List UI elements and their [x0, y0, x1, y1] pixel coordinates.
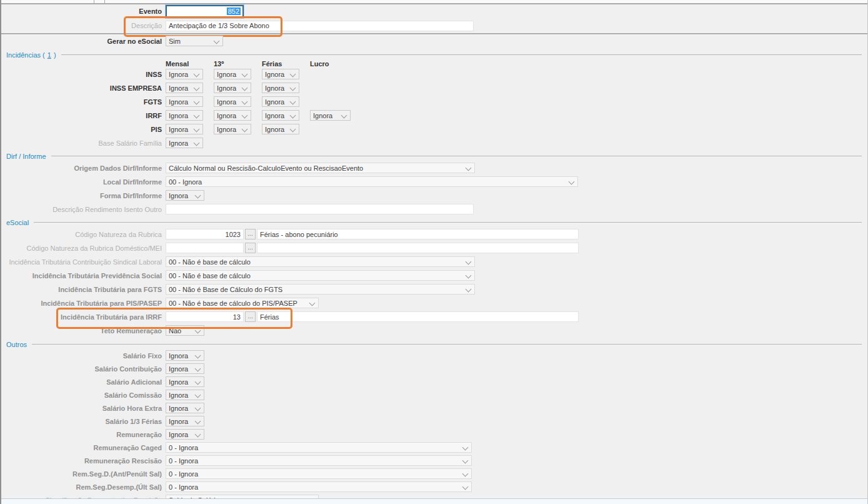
value: Ignora — [217, 126, 236, 133]
salario-terco-ferias-select[interactable]: Ignora — [166, 416, 204, 426]
chevron-down-icon — [290, 71, 296, 78]
salario-terco-ferias-label: Salário 1/3 Férias — [6, 418, 166, 425]
codigo-natureza-mei-input[interactable] — [166, 243, 244, 253]
irrf-lucro-select[interactable]: Ignora — [310, 110, 351, 121]
value: 0 - Ignora — [169, 444, 198, 451]
evento-input[interactable]: 852 — [166, 5, 244, 18]
chevron-down-icon — [195, 353, 201, 359]
fgts-row: FGTS Ignora Ignora Ignora — [6, 96, 863, 107]
inss-empresa-13-select[interactable]: Ignora — [214, 83, 251, 93]
codigo-natureza-rubrica-lookup-button[interactable]: ... — [245, 229, 256, 239]
pis-ferias-select[interactable]: Ignora — [262, 124, 299, 134]
base-salario-familia-row: Base Salário Família Ignora — [6, 138, 863, 148]
incidencias-count-link[interactable]: 1 — [47, 51, 51, 59]
trib-irrf-input[interactable]: 13 — [166, 311, 244, 322]
salario-comissao-row: Salário Comissão Ignora — [6, 390, 863, 400]
salario-contribuicao-select[interactable]: Ignora — [166, 363, 204, 374]
chevron-down-icon — [462, 471, 469, 477]
value: Ignora — [265, 112, 284, 119]
inss-mensal-select[interactable]: Ignora — [166, 69, 203, 79]
sindical-laboral-row: Incidência Tributária Contribuição Sindi… — [6, 256, 863, 267]
fgts-mensal-select[interactable]: Ignora — [166, 96, 203, 107]
salario-hora-extra-label: Salário Hora Extra — [6, 405, 166, 412]
value: 0 - Ignora — [169, 483, 198, 491]
event-config-window: Evento 852 Descrição Antecipação de 1/3 … — [0, 0, 868, 504]
pis-mensal-select[interactable]: Ignora — [166, 124, 203, 134]
inss-13-select[interactable]: Ignora — [214, 69, 251, 79]
esocial-title: eSocial — [6, 219, 29, 226]
salario-comissao-label: Salário Comissão — [6, 391, 166, 399]
remuneracao-caged-select[interactable]: 0 - Ignora — [166, 442, 472, 453]
dirf-title: Dirf / Informe — [6, 153, 46, 160]
codigo-natureza-mei-lookup-button[interactable]: ... — [245, 243, 256, 253]
evento-selected-value: 852 — [227, 8, 241, 15]
salario-hora-extra-select[interactable]: Ignora — [166, 403, 204, 413]
descricao-rendimento-input[interactable] — [166, 204, 474, 214]
value: 00 - Ignora — [169, 178, 202, 186]
irrf-mensal-select[interactable]: Ignora — [166, 110, 203, 121]
inss-ferias-select[interactable]: Ignora — [262, 69, 299, 79]
chevron-down-icon — [242, 99, 248, 105]
sindical-laboral-label: Incidência Tributária Contribuição Sindi… — [6, 258, 166, 266]
inss-empresa-ferias-select[interactable]: Ignora — [262, 83, 299, 93]
value: Ignora — [217, 112, 236, 119]
base-salario-familia-label: Base Salário Família — [6, 139, 166, 147]
gerar-esocial-select[interactable]: Sim — [166, 36, 223, 46]
remuneracao-rescisao-select[interactable]: 0 - Ignora — [166, 455, 472, 466]
value: 00 - Não é base de cálculo do PIS/PASEP — [169, 300, 297, 307]
chevron-down-icon — [290, 113, 296, 119]
forma-dirf-label: Forma Dirf/Informe — [6, 192, 166, 199]
salario-comissao-select[interactable]: Ignora — [166, 390, 204, 400]
remuneracao-label: Remuneração — [6, 431, 166, 438]
rem-seg-d-select[interactable]: 0 - Ignora — [166, 468, 472, 479]
chevron-down-icon — [195, 366, 201, 372]
inss-empresa-label: INSS EMPRESA — [6, 84, 166, 92]
value: Ignora — [169, 352, 188, 360]
section-rule — [32, 344, 862, 345]
gerar-esocial-label: Gerar no eSocial — [6, 38, 166, 45]
descricao-input[interactable]: Antecipação de 1/3 Sobre Abono — [166, 21, 474, 31]
trib-irrf-lookup-button[interactable]: ... — [245, 311, 256, 322]
remuneracao-row: Remuneração Ignora — [6, 429, 863, 440]
codigo-natureza-mei-row: Código Natureza da Rubrica Doméstico/MEI… — [6, 243, 863, 253]
trib-pispasep-select[interactable]: 00 - Não é base de cálculo do PIS/PASEP — [166, 298, 319, 308]
salario-fixo-row: Salário Fixo Ignora — [6, 350, 863, 361]
fgts-ferias-select[interactable]: Ignora — [262, 96, 299, 107]
outros-title: Outros — [6, 341, 27, 348]
event-header-area: Evento 852 Descrição Antecipação de 1/3 … — [0, 4, 868, 33]
rem-seg-desemp-select[interactable]: 0 - Ignora — [166, 481, 472, 492]
trib-fgts-select[interactable]: 00 - Não é Base de Cálculo do FGTS — [166, 284, 475, 295]
chevron-down-icon — [462, 445, 469, 451]
base-salario-familia-select[interactable]: Ignora — [166, 138, 203, 148]
salario-fixo-select[interactable]: Ignora — [166, 350, 204, 361]
fgts-13-select[interactable]: Ignora — [214, 96, 251, 107]
previdencia-social-select[interactable]: 00 - Não é base de cálculo — [166, 270, 475, 281]
sindical-laboral-select[interactable]: 00 - Não é base de cálculo — [166, 256, 475, 267]
previdencia-social-label: Incidência Tributária Previdência Social — [6, 272, 166, 280]
chevron-down-icon — [466, 286, 472, 293]
origem-dados-dirf-select[interactable]: Cálculo Normal ou Rescisão-CalculoEvento… — [166, 163, 475, 173]
forma-dirf-select[interactable]: Ignora — [166, 190, 204, 201]
chevron-down-icon — [242, 113, 248, 119]
value: Ignora — [217, 71, 236, 78]
salario-adicional-select[interactable]: Ignora — [166, 376, 204, 387]
codigo-natureza-rubrica-input[interactable]: 1023 — [166, 229, 244, 239]
col-13: 13º — [214, 60, 262, 68]
irrf-ferias-select[interactable]: Ignora — [262, 110, 299, 121]
chevron-down-icon — [195, 405, 201, 411]
remuneracao-select[interactable]: Ignora — [166, 429, 204, 440]
origem-dados-dirf-row: Origem Dados Dirf/Informe Cálculo Normal… — [6, 163, 863, 173]
local-dirf-select[interactable]: 00 - Ignora — [166, 176, 578, 187]
teto-remuneracao-row: Teto Remuneração Não — [6, 325, 863, 336]
inss-empresa-mensal-select[interactable]: Ignora — [166, 83, 203, 93]
teto-remuneracao-select[interactable]: Não — [166, 325, 204, 336]
irrf-13-select[interactable]: Ignora — [214, 110, 251, 121]
pis-13-select[interactable]: Ignora — [214, 124, 251, 134]
incidencias-title-suffix: ) — [54, 51, 56, 59]
value: Ignora — [313, 112, 332, 119]
value: Ignora — [169, 112, 188, 119]
irrf-row: IRRF Ignora Ignora Ignora Ignora — [6, 110, 863, 121]
value: Ignora — [265, 71, 284, 78]
chevron-down-icon — [195, 418, 201, 425]
descricao-rendimento-label: Descrição Rendimento Isento Outro — [6, 206, 166, 213]
